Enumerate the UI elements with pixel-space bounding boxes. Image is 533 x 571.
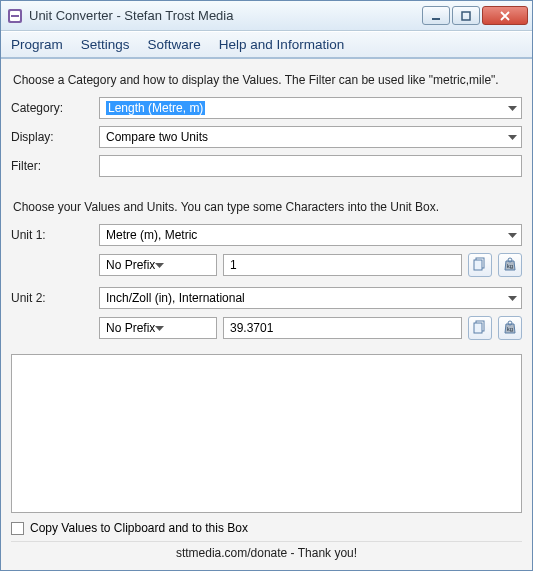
- weight-icon: kg: [503, 320, 517, 337]
- unit1-weight-button[interactable]: kg: [498, 253, 522, 277]
- unit1-amount-value: 1: [230, 258, 237, 272]
- maximize-button[interactable]: [452, 6, 480, 25]
- titlebar: Unit Converter - Stefan Trost Media: [1, 1, 532, 31]
- menu-software[interactable]: Software: [146, 35, 203, 54]
- unit1-combo[interactable]: Metre (m), Metric: [99, 224, 522, 246]
- category-label: Category:: [11, 101, 99, 115]
- unit1-copy-button[interactable]: [468, 253, 492, 277]
- window-title: Unit Converter - Stefan Trost Media: [29, 8, 422, 23]
- display-label: Display:: [11, 130, 99, 144]
- filter-input[interactable]: [99, 155, 522, 177]
- menu-settings[interactable]: Settings: [79, 35, 132, 54]
- copy-icon: [473, 257, 487, 274]
- unit2-prefix-combo[interactable]: No Prefix: [99, 317, 217, 339]
- unit2-amount-value: 39.3701: [230, 321, 273, 335]
- unit1-label: Unit 1:: [11, 228, 99, 242]
- minimize-button[interactable]: [422, 6, 450, 25]
- unit2-weight-button[interactable]: kg: [498, 316, 522, 340]
- display-combo[interactable]: Compare two Units: [99, 126, 522, 148]
- copy-to-clipboard-label: Copy Values to Clipboard and to this Box: [30, 521, 248, 535]
- copy-icon: [473, 320, 487, 337]
- category-value: Length (Metre, m): [106, 101, 205, 115]
- svg-rect-4: [462, 12, 470, 20]
- app-icon: [7, 8, 23, 24]
- unit2-copy-button[interactable]: [468, 316, 492, 340]
- menu-program[interactable]: Program: [9, 35, 65, 54]
- menu-help[interactable]: Help and Information: [217, 35, 346, 54]
- chevron-down-icon: [155, 321, 164, 335]
- chevron-down-icon: [155, 258, 164, 272]
- chevron-down-icon: [508, 228, 517, 242]
- unit1-value: Metre (m), Metric: [106, 228, 197, 242]
- unit2-prefix-value: No Prefix: [106, 321, 155, 335]
- display-value: Compare two Units: [106, 130, 208, 144]
- svg-rect-10: [474, 323, 482, 333]
- unit1-prefix-value: No Prefix: [106, 258, 155, 272]
- output-textarea[interactable]: [11, 354, 522, 513]
- svg-text:kg: kg: [507, 263, 513, 269]
- footer-text: sttmedia.com/donate - Thank you!: [11, 541, 522, 566]
- units-hint: Choose your Values and Units. You can ty…: [13, 200, 520, 214]
- menubar: Program Settings Software Help and Infor…: [1, 31, 532, 59]
- chevron-down-icon: [508, 291, 517, 305]
- close-button[interactable]: [482, 6, 528, 25]
- filter-label: Filter:: [11, 159, 99, 173]
- svg-rect-2: [11, 15, 19, 17]
- chevron-down-icon: [508, 130, 517, 144]
- unit1-prefix-combo[interactable]: No Prefix: [99, 254, 217, 276]
- category-combo[interactable]: Length (Metre, m): [99, 97, 522, 119]
- chevron-down-icon: [508, 101, 517, 115]
- category-hint: Choose a Category and how to display the…: [13, 73, 520, 87]
- unit1-amount-input[interactable]: 1: [223, 254, 462, 276]
- unit2-combo[interactable]: Inch/Zoll (in), International: [99, 287, 522, 309]
- svg-text:kg: kg: [507, 326, 513, 332]
- weight-icon: kg: [503, 257, 517, 274]
- unit2-amount-input[interactable]: 39.3701: [223, 317, 462, 339]
- unit2-label: Unit 2:: [11, 291, 99, 305]
- svg-rect-6: [474, 260, 482, 270]
- copy-to-clipboard-checkbox[interactable]: [11, 522, 24, 535]
- svg-rect-3: [432, 18, 440, 20]
- unit2-value: Inch/Zoll (in), International: [106, 291, 245, 305]
